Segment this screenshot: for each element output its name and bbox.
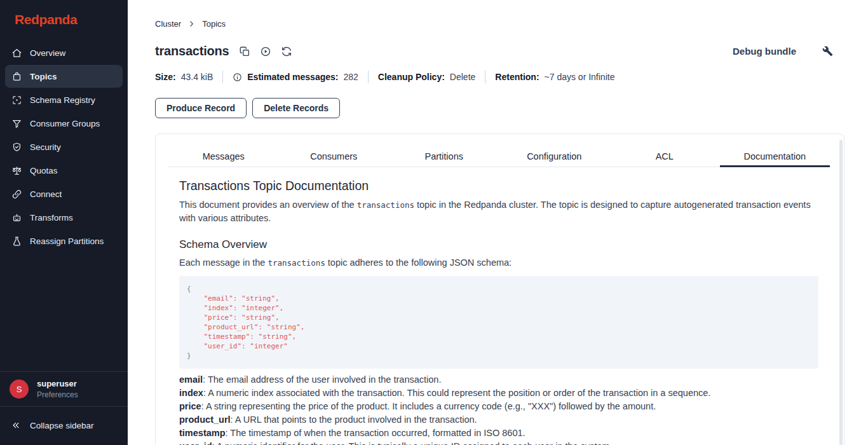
- home-icon: [11, 48, 22, 58]
- title-actions: [239, 46, 292, 57]
- sidebar-item-label: Connect: [30, 189, 62, 199]
- breadcrumb-cluster[interactable]: Cluster: [155, 19, 181, 29]
- copy-icon[interactable]: [239, 46, 250, 57]
- info-icon[interactable]: [233, 72, 242, 82]
- sidebar-nav: Overview Topics Schema Registry Consumer…: [0, 36, 128, 253]
- sidebar-item-label: Transforms: [30, 213, 73, 222]
- schema-registry-icon: [11, 95, 22, 106]
- topic-detail-card: Messages Consumers Partitions Configurat…: [155, 134, 844, 445]
- json-schema-code-block: { "email": "string", "index": "integer",…: [179, 276, 818, 369]
- sidebar-item-label: Quotas: [30, 166, 58, 175]
- flask-icon: [11, 236, 22, 247]
- tab-configuration[interactable]: Configuration: [499, 134, 610, 167]
- sidebar-item-consumer-groups[interactable]: Consumer Groups: [5, 112, 123, 135]
- sidebar-item-label: Security: [30, 142, 61, 152]
- sidebar-item-overview[interactable]: Overview: [5, 41, 123, 64]
- sidebar-item-label: Topics: [30, 72, 57, 81]
- tab-partitions[interactable]: Partitions: [389, 134, 499, 167]
- wrench-icon[interactable]: [822, 46, 833, 57]
- code-line: "email": "string",: [187, 294, 811, 303]
- tab-documentation[interactable]: Documentation: [720, 134, 831, 167]
- code-line: "user_id": "integer": [187, 341, 811, 351]
- topic-actions: Produce Record Delete Records: [155, 98, 844, 118]
- sidebar: Redpanda Overview Topics Schema Registry: [0, 0, 128, 445]
- play-circle-icon[interactable]: [260, 46, 271, 57]
- topics-box-icon: [11, 71, 22, 82]
- robot-icon: [11, 212, 22, 223]
- code-line: "product_url": "string",: [187, 322, 811, 332]
- vertical-scrollbar[interactable]: [839, 140, 843, 445]
- app-window: Redpanda Overview Topics Schema Registry: [0, 0, 868, 445]
- stat-cleanup-policy: Cleanup Policy: Delete: [378, 72, 476, 82]
- sidebar-item-security[interactable]: Security: [5, 135, 123, 158]
- main-content: Cluster Topics transactions Debug bundle: [128, 0, 868, 445]
- sidebar-item-transforms[interactable]: Transforms: [5, 206, 123, 229]
- collapse-sidebar-button[interactable]: Collapse sidebar: [0, 407, 128, 445]
- field-price: price: A string representing the price o…: [179, 400, 818, 413]
- funnel-icon: [11, 118, 22, 129]
- debug-bundle-link[interactable]: Debug bundle: [733, 46, 796, 57]
- stat-value: Delete: [450, 72, 475, 82]
- doc-intro: This document provides an overview of th…: [179, 198, 818, 225]
- collapse-sidebar-label: Collapse sidebar: [30, 421, 94, 430]
- page-header: transactions Debug bundle: [155, 44, 844, 58]
- inline-code: transactions: [268, 258, 325, 268]
- sidebar-item-schema-registry[interactable]: Schema Registry: [5, 88, 123, 111]
- field-email: email: The email address of the user inv…: [179, 373, 818, 387]
- divider: [485, 71, 485, 83]
- stat-estimated-messages: Estimated messages: 282: [233, 72, 358, 82]
- produce-record-button[interactable]: Produce Record: [155, 98, 247, 118]
- redpanda-logo[interactable]: Redpanda: [0, 0, 128, 36]
- delete-records-button[interactable]: Delete Records: [252, 98, 340, 118]
- sidebar-item-topics[interactable]: Topics: [5, 65, 123, 88]
- code-line: "index": "integer",: [187, 303, 811, 313]
- stat-value: 282: [343, 72, 358, 82]
- breadcrumb-topics[interactable]: Topics: [202, 19, 226, 29]
- topic-stats: Size: 43.4 kiB Estimated messages: 282 C…: [155, 71, 844, 83]
- sidebar-item-label: Reassign Partitions: [30, 236, 104, 246]
- field-product-url: product_url: A URL that points to the pr…: [179, 413, 818, 427]
- sidebar-item-connect[interactable]: Connect: [5, 182, 123, 205]
- divider: [368, 71, 369, 83]
- code-line: "timestamp": "string",: [187, 332, 811, 341]
- code-line: }: [187, 351, 811, 360]
- breadcrumb: Cluster Topics: [155, 19, 844, 29]
- sidebar-item-quotas[interactable]: Quotas: [5, 159, 123, 182]
- code-line: {: [187, 284, 811, 294]
- stat-value: ~7 days or Infinite: [545, 72, 615, 82]
- sidebar-item-reassign-partitions[interactable]: Reassign Partitions: [5, 229, 123, 252]
- user-info: superuser Preferences: [37, 379, 78, 399]
- divider: [222, 71, 223, 83]
- tab-acl[interactable]: ACL: [609, 134, 720, 167]
- scales-icon: [11, 165, 22, 176]
- tab-consumers[interactable]: Consumers: [279, 134, 390, 167]
- chevrons-left-icon: [11, 420, 21, 430]
- chevron-right-icon: [187, 20, 196, 28]
- tab-messages[interactable]: Messages: [168, 134, 279, 167]
- doc-title: Transactions Topic Documentation: [179, 177, 818, 195]
- stat-label: Cleanup Policy:: [378, 72, 445, 82]
- tab-bar: Messages Consumers Partitions Configurat…: [168, 134, 830, 167]
- field-index: index: A numeric index associated with t…: [179, 387, 818, 400]
- preferences-link[interactable]: Preferences: [37, 390, 78, 399]
- code-line: "price": "string",: [187, 313, 811, 322]
- user-name: superuser: [37, 379, 78, 388]
- shield-check-icon: [11, 142, 22, 153]
- sidebar-item-label: Consumer Groups: [30, 119, 100, 128]
- page-title: transactions: [155, 44, 229, 58]
- refresh-icon[interactable]: [281, 46, 292, 57]
- avatar: S: [10, 380, 29, 399]
- user-menu[interactable]: S superuser Preferences: [0, 371, 128, 407]
- inline-code: transactions: [357, 200, 414, 210]
- field-timestamp: timestamp: The timestamp of when the tra…: [179, 427, 818, 440]
- sidebar-item-label: Schema Registry: [30, 95, 95, 105]
- schema-intro: Each message in the transactions topic a…: [179, 256, 818, 270]
- stat-value: 43.4 kiB: [181, 72, 214, 82]
- stat-label: Estimated messages:: [247, 72, 338, 82]
- stat-label: Retention:: [495, 72, 539, 82]
- schema-overview-heading: Schema Overview: [179, 237, 818, 252]
- field-user-id: user_id: A numeric identifier for the us…: [179, 440, 818, 445]
- stat-label: Size:: [155, 72, 176, 82]
- sidebar-item-label: Overview: [30, 48, 65, 58]
- field-descriptions: email: The email address of the user inv…: [179, 373, 818, 445]
